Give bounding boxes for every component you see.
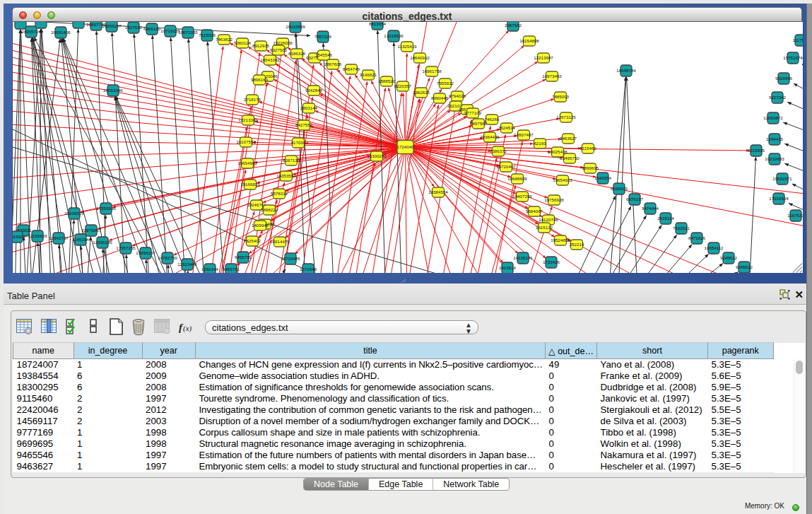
svg-text:(x): (x): [183, 324, 192, 333]
